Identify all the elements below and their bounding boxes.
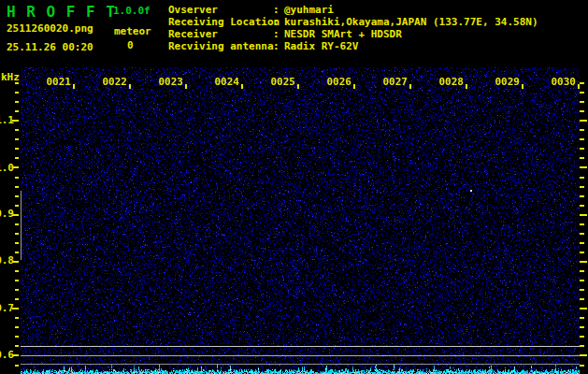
time-tick-label: 0030: [550, 76, 576, 88]
time-tick-label: 0026: [325, 76, 351, 88]
freq-minor-tick: [580, 270, 584, 272]
time-tick-label: 0029: [494, 76, 520, 88]
freq-minor-tick: [580, 242, 584, 244]
freq-minor-tick: [580, 205, 584, 207]
freq-minor-tick: [15, 289, 19, 291]
freq-minor-tick: [15, 186, 19, 188]
observation-datetime: 25.11.26 00:20: [7, 41, 93, 53]
freq-minor-tick: [15, 298, 19, 300]
app-version: 1.0.0f: [113, 5, 151, 17]
freq-minor-tick: [580, 336, 584, 338]
freq-major-tick: [580, 166, 587, 168]
freq-major-tick: [580, 120, 587, 122]
info-label-observer: Ovserver: [168, 4, 218, 16]
freq-minor-tick: [580, 157, 584, 159]
minute-tick: [185, 84, 187, 89]
freq-minor-tick: [15, 82, 19, 84]
freq-major-tick: [580, 261, 587, 263]
meteor-count-label: meteor: [114, 25, 151, 37]
minute-tick: [353, 84, 355, 89]
freq-minor-tick: [580, 280, 584, 281]
freq-minor-tick: [580, 365, 584, 367]
freq-major-tick: [580, 354, 587, 356]
freq-minor-tick: [15, 92, 19, 94]
freq-major-tick: [12, 354, 19, 356]
info-label-receiver: Receiver: [168, 28, 218, 40]
info-label-antenna: Recviving antenna: [168, 40, 274, 52]
freq-minor-tick: [580, 326, 584, 328]
freq-major-tick: [12, 166, 19, 168]
freq-major-tick: [12, 261, 19, 263]
time-tick-label: 0028: [437, 76, 464, 88]
info-colon: :: [273, 16, 280, 28]
minute-tick: [466, 84, 467, 89]
info-value-receiver: NESDR SMArt + HDSDR: [284, 28, 402, 40]
freq-minor-tick: [15, 223, 19, 225]
freq-minor-tick: [15, 110, 19, 112]
output-filename: 2511260020.png: [7, 22, 93, 35]
freq-minor-tick: [15, 138, 19, 140]
freq-minor-tick: [580, 92, 584, 94]
minute-tick: [297, 84, 299, 89]
time-tick-label: 0025: [269, 76, 295, 88]
info-colon: :: [273, 28, 280, 40]
time-tick-label: 0021: [45, 76, 71, 88]
minute-tick: [73, 84, 75, 89]
minute-tick: [578, 84, 580, 89]
freq-minor-tick: [15, 205, 19, 207]
freq-minor-tick: [15, 157, 19, 159]
time-tick-label: 0023: [157, 76, 183, 88]
meteor-count-value: 0: [127, 39, 134, 51]
freq-minor-tick: [580, 223, 584, 225]
freq-minor-tick: [580, 110, 584, 112]
minute-tick: [129, 84, 131, 89]
freq-minor-tick: [15, 177, 19, 179]
freq-minor-tick: [580, 148, 584, 150]
freq-minor-tick: [580, 101, 584, 103]
time-tick-label: 0027: [381, 76, 408, 88]
freq-minor-tick: [580, 177, 584, 179]
freq-minor-tick: [15, 365, 19, 367]
freq-minor-tick: [15, 345, 19, 347]
time-tick-label: 0022: [101, 76, 127, 88]
freq-minor-tick: [15, 129, 19, 131]
minute-tick: [522, 84, 523, 89]
freq-minor-tick: [580, 195, 584, 197]
freq-minor-tick: [15, 242, 19, 244]
freq-minor-tick: [580, 252, 584, 253]
freq-minor-tick: [15, 336, 19, 338]
freq-minor-tick: [15, 101, 19, 103]
freq-minor-tick: [580, 317, 584, 319]
freq-major-tick: [12, 120, 19, 122]
spectrogram-plot: [21, 67, 580, 374]
freq-major-tick: [12, 214, 19, 216]
info-colon: :: [273, 40, 280, 52]
freq-minor-tick: [15, 270, 19, 272]
freq-minor-tick: [580, 289, 584, 291]
freq-minor-tick: [580, 82, 584, 84]
freq-minor-tick: [580, 298, 584, 300]
freq-minor-tick: [580, 186, 584, 188]
freq-minor-tick: [580, 233, 584, 235]
info-label-location: Receiving Location: [168, 16, 280, 28]
minute-tick: [241, 84, 243, 89]
info-value-location: kurashiki,Okayama,JAPAN (133.77E, 34.58N…: [284, 16, 538, 28]
time-tick-label: 0024: [213, 76, 239, 88]
freq-minor-tick: [580, 345, 584, 347]
info-value-observer: @yuhmari: [284, 4, 334, 16]
freq-major-tick: [580, 214, 587, 216]
freq-minor-tick: [15, 233, 19, 235]
freq-minor-tick: [15, 317, 19, 319]
info-value-antenna: Radix RY-62V: [284, 40, 358, 52]
freq-minor-tick: [15, 252, 19, 253]
info-colon: :: [273, 4, 280, 16]
hrofft-window: H R O F F T 1.0.0f 2511260020.png meteor…: [0, 0, 588, 374]
minute-tick: [409, 84, 411, 89]
app-title: H R O F F T: [7, 3, 116, 21]
freq-minor-tick: [15, 195, 19, 197]
freq-minor-tick: [580, 138, 584, 140]
freq-minor-tick: [15, 148, 19, 150]
freq-major-tick: [580, 308, 587, 309]
freq-minor-tick: [580, 129, 584, 131]
freq-minor-tick: [15, 280, 19, 281]
